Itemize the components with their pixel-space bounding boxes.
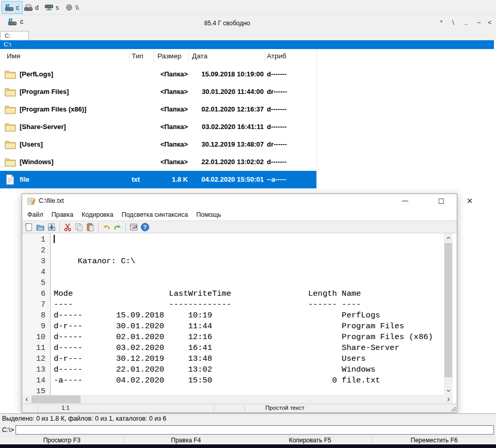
command-line-input[interactable] — [15, 425, 494, 435]
cd-drive-icon — [24, 4, 33, 11]
maximize-button[interactable]: □ — [431, 194, 451, 209]
copy-icon[interactable] — [74, 222, 84, 232]
line-number: 6 — [25, 289, 45, 299]
minimize-button[interactable]: — — [395, 194, 415, 209]
file-attr: d------- — [267, 66, 286, 83]
drive-button-s[interactable]: s — [42, 1, 62, 14]
line-number: 7 — [25, 299, 45, 310]
menu-encoding[interactable]: Кодировка — [77, 211, 117, 218]
tab-c-drive[interactable]: C: — [0, 31, 29, 40]
drive-button-label: c — [16, 4, 19, 11]
favorites-button[interactable]: * — [436, 18, 447, 28]
file-size: <Папка> — [148, 83, 188, 101]
paste-icon[interactable] — [86, 222, 95, 232]
menu-file[interactable]: Файл — [23, 211, 47, 218]
help-icon[interactable]: ? — [140, 222, 150, 232]
view-f3-button[interactable]: Просмотр F3 — [0, 437, 124, 444]
file-name: file — [20, 171, 29, 188]
notepad-icon — [27, 197, 36, 205]
horizontal-scrollbar[interactable] — [22, 395, 453, 404]
menu-help[interactable]: Помощь — [192, 211, 225, 218]
vertical-scrollbar[interactable] — [444, 233, 453, 395]
cut-icon[interactable] — [63, 222, 72, 232]
home-dir-button[interactable]: ~ — [473, 18, 485, 28]
editor-line: d----- 15.09.2018 10:19 PerfLogs — [54, 310, 380, 321]
resize-grip[interactable] — [451, 407, 456, 411]
edit-f4-button[interactable]: Правка F4 — [124, 437, 248, 444]
drive-button-d[interactable]: d — [21, 1, 42, 14]
column-header-name[interactable]: Имя — [7, 49, 20, 63]
line-number: 10 — [25, 332, 45, 343]
toolbar-separator — [59, 222, 60, 232]
folder-icon — [5, 70, 16, 79]
line-number: 15 — [25, 386, 45, 395]
editor-text-area[interactable]: 1 2 3 4 5 6 7 8 9 10 11 12 13 14 15 Ката… — [22, 233, 444, 395]
save-file-icon[interactable] — [47, 222, 56, 232]
file-date: 02.01.2020 12:16:37 — [188, 101, 264, 118]
drive-button-network[interactable]: \\ — [62, 1, 82, 14]
free-space-label: 85.4 Г свободно — [0, 15, 454, 31]
drive-button-c[interactable]: c — [2, 1, 23, 14]
editor-status-bar: 1:1 Простой текст — [22, 404, 457, 412]
file-date: 04.02.2020 15:50:01 — [188, 171, 264, 188]
column-header-type[interactable]: Тип — [132, 49, 143, 63]
editor-line: Mode LastWriteTime Length Name — [54, 289, 361, 299]
file-date: 22.01.2020 13:02:02 — [188, 153, 264, 171]
vertical-scroll-thumb[interactable] — [444, 243, 452, 377]
open-file-icon[interactable] — [36, 222, 45, 232]
menu-syntax-highlight[interactable]: Подсветка синтаксиса — [117, 211, 192, 218]
file-name: [PerfLogs] — [20, 66, 53, 83]
editor-toolbar: ? — [22, 220, 457, 233]
taskbar-strip — [0, 444, 496, 448]
line-number: 8 — [25, 310, 45, 321]
editor-title-bar[interactable]: C:\file.txt — □ × — [22, 194, 457, 209]
file-row-perflogs[interactable]: [PerfLogs] <Папка> 15.09.2018 10:19:00 d… — [0, 66, 316, 83]
menu-edit[interactable]: Правка — [47, 211, 77, 218]
editor-line: d----- 02.01.2020 12:16 Program Files (x… — [54, 332, 433, 343]
file-attr: d------- — [267, 101, 286, 118]
file-name: [Share-Server] — [20, 118, 66, 136]
new-file-icon[interactable] — [24, 222, 34, 232]
drive-button-label: s — [56, 4, 59, 11]
status-separator — [38, 405, 38, 412]
column-separator — [188, 51, 189, 62]
network-drive-icon — [45, 4, 53, 11]
scroll-right-icon[interactable] — [444, 395, 453, 404]
network-place-icon — [66, 4, 73, 11]
undo-icon[interactable] — [102, 222, 111, 232]
column-header-size[interactable]: Размер — [157, 49, 181, 63]
selection-status-bar: Выделено: 0 из 1.8 К, файлов: 0 из 1, ка… — [0, 413, 496, 424]
file-row-users[interactable]: [Users] <Папка> 30.12.2019 13:48:07 dr--… — [0, 136, 316, 153]
view-settings-icon[interactable] — [129, 222, 138, 232]
horizontal-scroll-thumb[interactable] — [31, 395, 81, 403]
folder-icon — [5, 140, 16, 149]
scroll-up-icon[interactable] — [444, 233, 453, 242]
column-header-date[interactable]: Дата — [192, 49, 207, 63]
column-header-attr[interactable]: Атриб — [267, 49, 286, 63]
file-row-program-files[interactable]: [Program Files] <Папка> 30.01.2020 11:44… — [0, 83, 316, 101]
close-button[interactable]: × — [460, 194, 479, 209]
file-row-windows[interactable]: [Windows] <Папка> 22.01.2020 13:02:02 d-… — [0, 153, 316, 171]
file-row-share-server[interactable]: [Share-Server] <Папка> 03.02.2020 16:41:… — [0, 118, 316, 136]
history-button[interactable]: < — [484, 18, 495, 28]
status-separator — [245, 405, 245, 412]
svg-text:?: ? — [143, 224, 147, 230]
folder-icon — [5, 157, 16, 167]
toolbar-separator — [125, 222, 126, 232]
file-row-file-txt[interactable]: file txt 1.8 K 04.02.2020 15:50:01 --a--… — [0, 171, 316, 188]
redo-icon[interactable] — [113, 222, 122, 232]
copy-f5-button[interactable]: Копировать F5 — [248, 437, 372, 444]
line-number: 4 — [25, 267, 45, 278]
column-separator — [265, 51, 265, 62]
root-dir-button[interactable]: \ — [447, 18, 459, 28]
column-separator — [316, 49, 317, 194]
command-prompt-label: C:\> — [2, 424, 14, 436]
scroll-down-icon[interactable] — [444, 386, 453, 395]
file-row-program-files-x86[interactable]: [Program Files (x86)] <Папка> 02.01.2020… — [0, 101, 316, 118]
parent-dir-button[interactable]: .. — [460, 18, 472, 28]
scroll-left-icon[interactable] — [22, 395, 31, 404]
path-bar[interactable]: C:\ — [0, 40, 494, 49]
text-file-icon — [6, 174, 14, 185]
line-number: 3 — [25, 256, 45, 267]
move-f6-button[interactable]: Переместить F6 — [372, 437, 496, 444]
